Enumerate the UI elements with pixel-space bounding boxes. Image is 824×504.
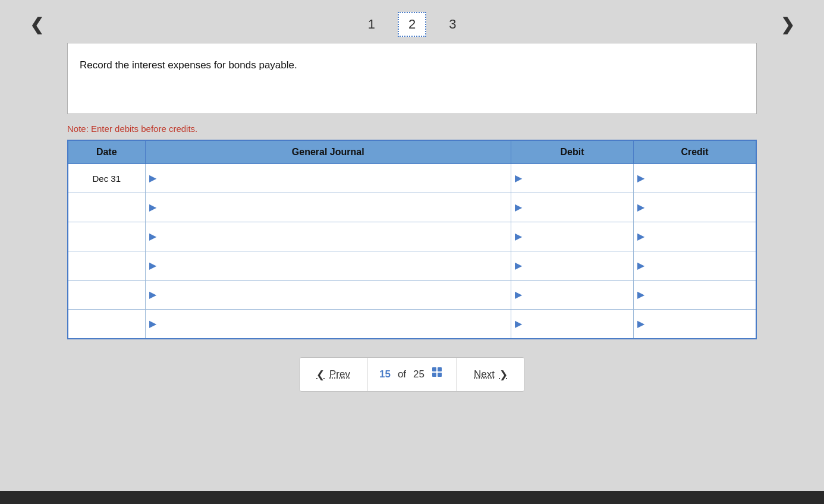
note-text: Note: Enter debits before credits. [67,124,757,134]
debit-input-3[interactable] [524,222,633,251]
credit-cell-5[interactable]: ▶ [634,281,757,310]
prev-button[interactable]: ❮ Prev [300,358,367,391]
table-row: ▶ ▶ ▶ [68,251,756,281]
arrow-icon-j1: ▶ [146,174,159,183]
pagination-bar: ❮ Prev 15 of 25 Next ❯ [299,357,525,392]
date-cell-4 [68,251,145,281]
debit-cell-4[interactable]: ▶ [511,251,634,281]
credit-cell-4[interactable]: ▶ [634,251,757,281]
credit-input-5[interactable] [647,281,756,309]
page-tabs: 1 2 3 [357,12,467,37]
journal-input-3[interactable] [159,222,511,251]
instructions-text: Record the interest expenses for bonds p… [80,58,744,73]
credit-input-3[interactable] [647,222,756,251]
arrow-icon-j2: ▶ [146,203,159,212]
arrow-icon-c4: ▶ [634,261,647,270]
arrow-icon-c2: ▶ [634,203,647,212]
table-row: ▶ ▶ ▶ [68,222,756,251]
date-cell-3 [68,222,145,251]
debit-cell-5[interactable]: ▶ [511,281,634,310]
debit-input-5[interactable] [524,281,633,309]
credit-cell-2[interactable]: ▶ [634,193,757,222]
journal-cell-2[interactable]: ▶ [145,193,511,222]
journal-cell-4[interactable]: ▶ [145,251,511,281]
debit-input-2[interactable] [524,193,633,222]
debit-input-4[interactable] [524,251,633,280]
journal-input-2[interactable] [159,193,511,222]
arrow-icon-d3: ▶ [511,232,524,241]
credit-input-4[interactable] [647,251,756,280]
debit-input-1[interactable] [524,164,633,193]
journal-input-4[interactable] [159,251,511,280]
journal-input-6[interactable] [159,310,511,338]
debit-input-6[interactable] [524,310,633,338]
arrow-icon-c3: ▶ [634,232,647,241]
page-indicator: 15 of 25 [367,358,457,391]
arrow-icon-d5: ▶ [511,290,524,300]
credit-cell-1[interactable]: ▶ [634,164,757,193]
credit-cell-3[interactable]: ▶ [634,222,757,251]
journal-table-wrapper: Date General Journal Debit Credit Dec 31… [67,140,757,339]
table-row: ▶ ▶ ▶ [68,281,756,310]
credit-cell-6[interactable]: ▶ [634,310,757,339]
header-credit: Credit [634,140,757,164]
prev-arrow-icon: ❮ [316,368,325,381]
journal-cell-3[interactable]: ▶ [145,222,511,251]
total-pages: 25 [413,368,424,380]
svg-rect-1 [438,367,442,371]
credit-input-6[interactable] [647,310,756,338]
svg-rect-2 [432,373,436,377]
grid-icon[interactable] [432,367,445,383]
top-navigation: ❮ 1 2 3 ❯ [12,6,812,43]
table-row: ▶ ▶ ▶ [68,310,756,339]
prev-label: Prev [329,368,350,380]
journal-cell-5[interactable]: ▶ [145,281,511,310]
next-button[interactable]: Next ❯ [457,358,524,391]
arrow-icon-c5: ▶ [634,290,647,300]
credit-input-1[interactable] [647,164,756,193]
header-debit: Debit [511,140,634,164]
credit-input-2[interactable] [647,193,756,222]
instructions-box: Record the interest expenses for bonds p… [67,43,757,114]
date-cell-6 [68,310,145,339]
date-cell-5 [68,281,145,310]
bottom-navigation: ❮ Prev 15 of 25 Next ❯ [67,357,757,392]
journal-cell-1[interactable]: ▶ [145,164,511,193]
nav-right-arrow[interactable]: ❯ [781,15,794,34]
header-journal: General Journal [145,140,511,164]
arrow-icon-j6: ▶ [146,319,159,329]
date-cell-1: Dec 31 [68,164,145,193]
arrow-icon-c1: ▶ [634,174,647,183]
arrow-icon-j5: ▶ [146,290,159,300]
journal-cell-6[interactable]: ▶ [145,310,511,339]
arrow-icon-j3: ▶ [146,232,159,241]
arrow-icon-c6: ▶ [634,319,647,329]
of-label: of [398,368,406,380]
current-page: 15 [379,368,391,380]
arrow-icon-j4: ▶ [146,261,159,270]
header-date: Date [68,140,145,164]
arrow-icon-d1: ▶ [511,174,524,183]
tab-2[interactable]: 2 [398,12,426,37]
arrow-icon-d4: ▶ [511,261,524,270]
svg-rect-3 [438,373,442,377]
next-arrow-icon: ❯ [499,368,508,381]
debit-cell-3[interactable]: ▶ [511,222,634,251]
arrow-icon-d6: ▶ [511,319,524,329]
journal-table: Date General Journal Debit Credit Dec 31… [67,140,757,339]
svg-rect-0 [432,367,436,371]
nav-left-arrow[interactable]: ❮ [30,15,43,34]
bottom-bar [0,491,824,504]
table-row: Dec 31 ▶ ▶ [68,164,756,193]
journal-input-1[interactable] [159,164,511,193]
debit-cell-6[interactable]: ▶ [511,310,634,339]
arrow-icon-d2: ▶ [511,203,524,212]
debit-cell-2[interactable]: ▶ [511,193,634,222]
journal-input-5[interactable] [159,281,511,309]
next-label: Next [474,368,495,380]
table-row: ▶ ▶ ▶ [68,193,756,222]
debit-cell-1[interactable]: ▶ [511,164,634,193]
tab-3[interactable]: 3 [438,12,467,37]
date-cell-2 [68,193,145,222]
tab-1[interactable]: 1 [357,12,386,37]
